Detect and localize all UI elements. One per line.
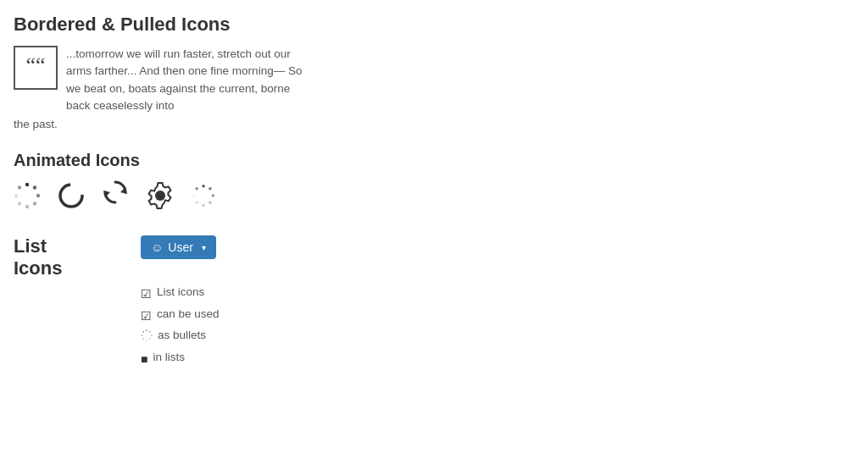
svg-point-2	[36, 193, 40, 196]
list-item-text: in lists	[153, 350, 185, 366]
svg-point-25	[141, 335, 142, 336]
svg-point-8	[60, 185, 82, 207]
svg-point-20	[149, 331, 151, 333]
quote-icon-box: ““	[14, 46, 58, 90]
list-item-text: can be used	[157, 307, 220, 323]
svg-point-6	[14, 193, 18, 196]
cog-icon	[146, 181, 175, 210]
user-icon: ☺	[151, 241, 163, 254]
quote-continuation: the past.	[14, 118, 854, 130]
checkbox-checked-icon: ☑	[141, 286, 152, 303]
list-icons-header: List Icons	[14, 235, 73, 280]
user-button-container: ☺ User ▾	[141, 235, 220, 259]
svg-point-1	[33, 185, 36, 189]
svg-point-17	[192, 194, 196, 197]
user-dropdown-button[interactable]: ☺ User ▾	[141, 235, 216, 259]
list-item: as bullets	[141, 328, 220, 346]
spinner-list-icon	[141, 329, 153, 346]
svg-point-24	[142, 338, 144, 340]
svg-point-23	[146, 340, 147, 341]
icon-list: ☑ List icons ☑ can be used	[141, 285, 220, 371]
svg-point-16	[195, 201, 198, 204]
quote-text: ...tomorrow we will run faster, stretch …	[66, 46, 303, 114]
svg-point-21	[151, 335, 153, 336]
list-item: ■ in lists	[141, 350, 220, 368]
circle-notch-icon	[58, 182, 85, 209]
list-item-text: as bullets	[158, 328, 206, 344]
checkbox-checked-icon-2: ☑	[141, 308, 152, 325]
svg-point-14	[209, 201, 212, 204]
list-icons-section: List Icons ☺ User ▾ ☑ List icons ☑	[14, 235, 854, 371]
list-item: ☑ can be used	[141, 307, 220, 325]
svg-point-13	[212, 194, 215, 197]
svg-point-18	[195, 186, 198, 190]
bordered-pulled-title: Bordered & Pulled Icons	[14, 14, 854, 36]
square-icon: ■	[141, 351, 147, 368]
animated-icons-title: Animated Icons	[14, 151, 854, 170]
animated-icons-row	[14, 179, 854, 212]
user-button-label: User	[168, 241, 193, 254]
svg-point-0	[25, 182, 29, 185]
svg-point-12	[209, 186, 212, 190]
bordered-pulled-section: Bordered & Pulled Icons ““ ...tomorrow w…	[14, 14, 854, 130]
list-icons-content: ☺ User ▾ ☑ List icons ☑ can be used	[141, 235, 220, 371]
svg-point-22	[149, 338, 151, 340]
animated-icons-section: Animated Icons	[14, 151, 854, 212]
svg-point-19	[146, 329, 147, 331]
caret-icon: ▾	[202, 243, 206, 252]
svg-point-26	[142, 331, 144, 333]
svg-point-7	[18, 185, 21, 189]
svg-point-4	[25, 204, 29, 207]
spinner-dots-icon	[14, 182, 41, 209]
svg-point-15	[202, 203, 205, 207]
blockquote-container: ““ ...tomorrow we will run faster, stret…	[14, 46, 854, 114]
spinner-dots-small-icon	[192, 184, 215, 207]
list-icons-row: List Icons ☺ User ▾ ☑ List icons ☑	[14, 235, 854, 371]
list-item-text: List icons	[157, 285, 204, 301]
svg-point-5	[18, 202, 21, 205]
sync-icon	[102, 179, 129, 212]
svg-point-3	[33, 202, 36, 205]
list-item: ☑ List icons	[141, 285, 220, 303]
svg-point-11	[202, 184, 205, 187]
